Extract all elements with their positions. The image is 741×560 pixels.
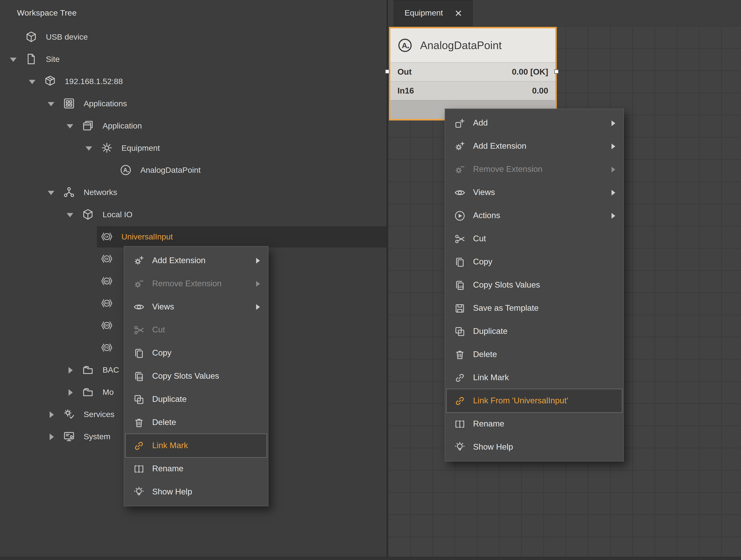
tree-item-universalinput[interactable]: UIUniversalInput bbox=[0, 226, 387, 248]
tree-item-networks[interactable]: Networks bbox=[0, 181, 387, 204]
application-window: Workspace Tree USB deviceSite192.168.1.5… bbox=[0, 0, 741, 560]
tree-item-application[interactable]: Application bbox=[0, 115, 387, 137]
menu-item-link-mark[interactable]: Link Mark bbox=[447, 366, 622, 389]
menu-item-label: Copy bbox=[152, 348, 260, 358]
menu-item-rename[interactable]: Rename bbox=[126, 457, 266, 480]
tree-item-site[interactable]: Site bbox=[0, 48, 387, 70]
link-handle-right[interactable] bbox=[554, 69, 559, 74]
menu-item-link-from-universalinput[interactable]: Link From 'UniversalInput' bbox=[447, 389, 622, 412]
collapse-arrow-icon[interactable] bbox=[29, 80, 36, 84]
collapse-arrow-icon[interactable] bbox=[86, 147, 92, 151]
menu-item-label: Copy Slots Values bbox=[473, 280, 615, 290]
menu-item-label: Delete bbox=[152, 418, 260, 427]
block-slots: Out0.00 [OK]In160.00 bbox=[390, 62, 555, 100]
trash-icon bbox=[133, 417, 144, 428]
menu-item-label: Remove Extension bbox=[152, 279, 249, 289]
block-header[interactable]: A AnalogDataPoint bbox=[390, 28, 555, 62]
tree-item-applications[interactable]: Applications bbox=[0, 93, 387, 115]
menu-item-copy[interactable]: Copy bbox=[126, 341, 266, 365]
tree-item-equipment[interactable]: Equipment bbox=[0, 137, 387, 159]
collapse-arrow-icon[interactable] bbox=[67, 124, 73, 129]
tree-item-label: Applications bbox=[83, 93, 127, 115]
slot-name: Out bbox=[397, 67, 412, 77]
folder-icon bbox=[82, 364, 94, 376]
menu-item-rename[interactable]: Rename bbox=[447, 412, 622, 435]
collapse-arrow-icon[interactable] bbox=[10, 58, 17, 62]
collapse-arrow-icon[interactable] bbox=[48, 102, 55, 106]
gear-minus-icon bbox=[454, 164, 465, 175]
menu-item-views[interactable]: Views bbox=[447, 181, 622, 204]
menu-item-show-help[interactable]: Show Help bbox=[126, 480, 266, 503]
link-handle-left[interactable] bbox=[385, 69, 390, 74]
tree-item-192-168-1-52-88[interactable]: 192.168.1.52:88 bbox=[0, 70, 387, 93]
tree-item-label: Site bbox=[46, 48, 60, 70]
menu-item-copy-slots-values[interactable]: 123Copy Slots Values bbox=[447, 273, 622, 297]
menu-item-actions[interactable]: Actions bbox=[447, 204, 622, 227]
tree-context-menu: Add ExtensionRemove ExtensionViewsCutCop… bbox=[124, 246, 268, 506]
copy-values-icon: 123 bbox=[454, 279, 465, 291]
tree-item-label: Equipment bbox=[121, 137, 160, 159]
copy-values-icon: 123 bbox=[133, 371, 144, 382]
tab-equipment[interactable]: Equipment bbox=[394, 0, 473, 26]
expand-arrow-icon[interactable] bbox=[50, 433, 54, 440]
submenu-arrow-icon bbox=[256, 258, 260, 263]
menu-item-duplicate[interactable]: Duplicate bbox=[126, 388, 266, 411]
menu-item-link-mark[interactable]: Link Mark bbox=[126, 434, 266, 457]
slot-row-out[interactable]: Out0.00 [OK] bbox=[390, 62, 555, 81]
link-from-icon bbox=[454, 395, 465, 406]
cube-icon bbox=[25, 31, 37, 43]
expand-arrow-icon[interactable] bbox=[50, 411, 54, 418]
analog-point-icon: A bbox=[120, 164, 132, 176]
slot-row-in16[interactable]: In160.00 bbox=[390, 81, 555, 100]
menu-item-label: Copy bbox=[473, 257, 615, 267]
menu-item-show-help[interactable]: Show Help bbox=[447, 435, 622, 459]
menu-item-cut[interactable]: Cut bbox=[447, 227, 622, 250]
menu-item-label: Add Extension bbox=[473, 141, 604, 151]
svg-text:UI: UI bbox=[105, 235, 109, 239]
menu-item-label: Rename bbox=[152, 464, 260, 474]
slot-value: 0.00 [OK] bbox=[512, 67, 548, 77]
menu-item-duplicate[interactable]: Duplicate bbox=[447, 320, 622, 343]
menu-item-label: Cut bbox=[152, 325, 260, 335]
tree-item-analogdatapoint[interactable]: AAnalogDataPoint bbox=[0, 159, 387, 181]
menu-item-label: Link Mark bbox=[473, 373, 615, 383]
station-icon bbox=[44, 75, 56, 87]
menu-item-label: Duplicate bbox=[473, 326, 615, 336]
duplicate-icon bbox=[454, 326, 465, 337]
expand-arrow-icon[interactable] bbox=[69, 367, 73, 374]
io-di-icon: DI bbox=[100, 253, 113, 265]
system-icon bbox=[63, 430, 75, 443]
menu-item-add-extension[interactable]: Add Extension bbox=[447, 135, 622, 158]
collapse-arrow-icon[interactable] bbox=[67, 213, 73, 217]
tab-label: Equipment bbox=[405, 8, 443, 18]
link-icon bbox=[133, 440, 144, 451]
menu-item-copy-slots-values[interactable]: 123Copy Slots Values bbox=[126, 365, 266, 388]
submenu-arrow-icon bbox=[611, 166, 615, 172]
bottom-scrollbar-track[interactable] bbox=[0, 557, 741, 560]
eye-icon bbox=[454, 187, 465, 198]
tree-item-label: 192.168.1.52:88 bbox=[65, 70, 123, 93]
menu-item-add[interactable]: Add bbox=[447, 111, 622, 135]
io-to-icon: TO bbox=[100, 341, 113, 354]
tree-item-label: Networks bbox=[83, 181, 117, 204]
menu-item-delete[interactable]: Delete bbox=[126, 411, 266, 434]
gear-icon bbox=[100, 142, 113, 154]
menu-item-remove-extension: Remove Extension bbox=[447, 158, 622, 181]
menu-item-delete[interactable]: Delete bbox=[447, 343, 622, 366]
svg-text:123: 123 bbox=[137, 376, 142, 379]
tree-item-local-io[interactable]: Local IO bbox=[0, 204, 387, 226]
tree-item-usb-device[interactable]: USB device bbox=[0, 26, 387, 48]
tree-item-label: Mo bbox=[103, 381, 114, 403]
copy-icon bbox=[454, 256, 465, 267]
menu-item-save-as-template[interactable]: Save as Template bbox=[447, 297, 622, 320]
applications-icon bbox=[63, 97, 75, 109]
svg-text:TO: TO bbox=[105, 346, 109, 349]
menu-item-copy[interactable]: Copy bbox=[447, 250, 622, 273]
menu-item-add-extension[interactable]: Add Extension bbox=[126, 249, 266, 272]
tab-close-icon[interactable] bbox=[455, 10, 462, 16]
analog-data-point-block[interactable]: A AnalogDataPoint Out0.00 [OK]In160.00 bbox=[389, 27, 557, 121]
tree-item-label: USB device bbox=[46, 26, 88, 48]
expand-arrow-icon[interactable] bbox=[69, 389, 73, 396]
collapse-arrow-icon[interactable] bbox=[48, 191, 55, 195]
menu-item-views[interactable]: Views bbox=[126, 295, 266, 318]
